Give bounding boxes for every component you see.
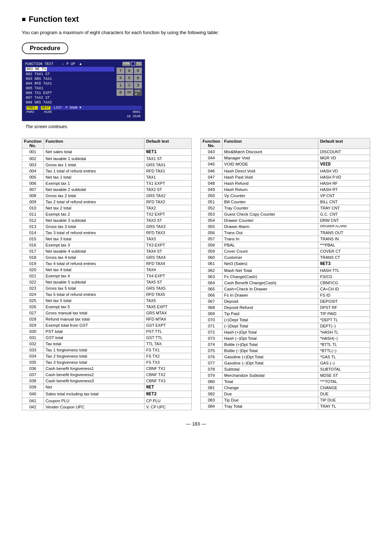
row-default-text: GRS TAX2 [144, 193, 191, 199]
row-default-text: VP CNT [318, 193, 370, 199]
row-number: 007 [22, 187, 44, 193]
row-default-text: RFD TAX5 [144, 292, 191, 298]
row-function: Tip Due [222, 397, 318, 403]
row-function: Fs Change(Cash) [222, 274, 318, 280]
row-function: Coupon PLU [44, 398, 144, 404]
table-row: 080Total***TOTAL [201, 379, 370, 385]
table-row: 074Bottle (+)Dpt Total*BTTL TL [201, 342, 370, 348]
row-default-text: GRS TAX5 [144, 285, 191, 292]
row-function: Net3 (Sales) [222, 261, 318, 268]
table-row: 083Tip DueTIP DUE [201, 397, 370, 403]
row-default-text: RFD MTAX [144, 316, 191, 322]
row-default-text: MGR VD [318, 155, 370, 161]
row-default-text: DISCOUNT [318, 149, 370, 155]
row-default-text: *BTTL(−) [318, 348, 370, 354]
row-function: VOID MODE [222, 161, 318, 168]
row-number: 039 [22, 384, 44, 391]
table-row: 011Exempt tax 2TX2 EXPT [22, 211, 192, 217]
row-number: 079 [201, 372, 222, 379]
table-row: 012Net taxable 3 subtotalTAX3 ST [22, 217, 192, 224]
table-row: 065Cash+Check In DrawerCA+CH ID [201, 286, 370, 292]
row-number: 037 [22, 372, 44, 378]
row-default-text: TAX2 [144, 205, 191, 211]
row-number: 001 [22, 149, 44, 156]
row-default-text: FS TX3 [144, 359, 191, 366]
row-default-text: V. CP UPC [144, 404, 191, 410]
row-function: Change [222, 385, 318, 391]
table-row: 030PST totalPST TTL [22, 329, 192, 335]
row-default-text: FS TX1 [144, 347, 191, 353]
row-default-text: FS TX2 [144, 353, 191, 359]
row-default-text: TAX1 ST [144, 156, 191, 162]
row-default-text: CBNF TX1 [144, 366, 191, 372]
table-row: 036Cash benefit forgiveness1CBNF TX1 [22, 366, 192, 372]
row-number: 066 [201, 292, 222, 298]
row-function: Net taxable 3 subtotal [44, 217, 144, 224]
row-default-text: TAX3 [144, 236, 191, 242]
row-default-text: DRW CNT [318, 217, 370, 224]
row-function: Tip Paid [222, 311, 318, 317]
row-function: Net tax 3 total [44, 236, 144, 242]
table-row: 016Exempt tax 3TX3 EXPT [22, 242, 192, 248]
row-default-text: ***PBAL [318, 242, 370, 248]
page-title: Function text [22, 15, 370, 24]
row-number: 049 [201, 187, 222, 193]
row-default-text: RFD TAX4 [144, 261, 191, 267]
row-function: Bottle (−)Dpt Total [222, 348, 318, 354]
row-number: 073 [201, 335, 222, 342]
row-default-text: CBNF TX2 [144, 372, 191, 378]
row-number: 055 [201, 224, 222, 230]
row-function: Cover Count [222, 248, 318, 254]
row-default-text: *BTTL TL [318, 342, 370, 348]
row-function: Deposit [222, 298, 318, 305]
row-number: 084 [201, 403, 222, 410]
row-default-text: CHANGE [318, 385, 370, 391]
row-number: 035 [22, 359, 44, 366]
table-row: 014Tax 3 total of refund entriesRFD TAX3 [22, 230, 192, 236]
table-row: 032Tax totalTTL TAX [22, 341, 192, 347]
table-row: 015Net tax 3 totalTAX3 [22, 236, 192, 242]
row-function: Net taxable 2 subtotal [44, 187, 144, 193]
row-default-text: TAX1 [144, 174, 191, 180]
table-row: 019Tax 4 total of refund entriesRFD TAX4 [22, 261, 192, 267]
row-default-text: TRANS IN [318, 236, 370, 242]
table-row: 056Trans OutTRANS OUT [201, 230, 370, 236]
row-function: Net [44, 384, 144, 391]
row-function: Gasoline (+)Dpt Total [222, 354, 318, 360]
row-function: Gross tax 3 total [44, 224, 144, 230]
row-number: 057 [201, 236, 222, 242]
row-default-text: BILL CNT [318, 199, 370, 205]
right-function-table: FunctionNo. Function Default text 043Mix… [200, 138, 370, 410]
table-row: 084Tray TotalTRAY TL [201, 403, 370, 410]
row-number: 028 [22, 316, 44, 322]
row-number: 030 [22, 329, 44, 335]
row-function: Gross tax 4 total [44, 254, 144, 261]
row-function: Subtotal [222, 366, 318, 372]
row-number: 076 [201, 354, 222, 360]
row-number: 005 [22, 174, 44, 180]
row-default-text: CBNF TX3 [144, 378, 191, 384]
table-row: 058PBAL***PBAL [201, 242, 370, 248]
row-function: Exempt tax 1 [44, 180, 144, 187]
row-function: Drawer Alarm [222, 224, 318, 230]
table-row: 076Gasoline (+)Dpt Total*GAS TL [201, 354, 370, 360]
row-number: 019 [22, 261, 44, 267]
row-number: 016 [22, 242, 44, 248]
intro-text: You can program a maximum of eight chara… [22, 30, 370, 35]
procedure-badge: Procedure [22, 42, 68, 54]
row-default-text: TX3 EXPT [144, 242, 191, 248]
row-default-text: *HASH TL [318, 329, 370, 335]
row-default-text: NET3 [318, 261, 370, 268]
row-function: Customer [222, 254, 318, 261]
row-number: 070 [201, 317, 222, 323]
row-function: Exempt tax 3 [44, 242, 144, 248]
row-default-text: HASH TTL [318, 268, 370, 274]
table-row: 067DepositDEPOSIT [201, 298, 370, 305]
row-function: Net taxable 1 subtotal [44, 156, 144, 162]
row-number: 041 [22, 398, 44, 404]
row-number: 033 [22, 347, 44, 353]
row-default-text: GRS MTAX [144, 310, 191, 316]
table-row: 033Tax 1 forgiveness totalFS TX1 [22, 347, 192, 353]
table-row: 082DueDUE [201, 391, 370, 397]
row-number: 069 [201, 311, 222, 317]
